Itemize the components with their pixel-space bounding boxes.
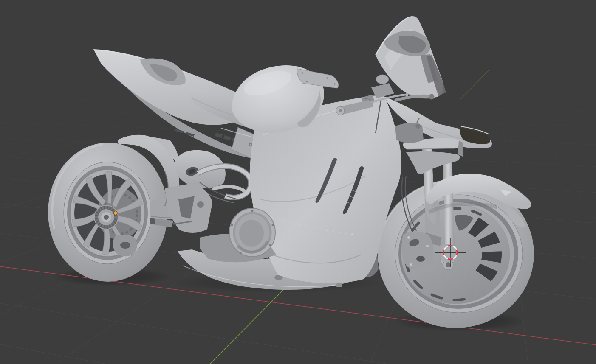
viewport-canvas[interactable] — [0, 0, 596, 364]
winglet[interactable] — [403, 138, 463, 174]
object-origin-point[interactable] — [114, 211, 118, 215]
y-axis-line — [210, 281, 292, 364]
3d-viewport[interactable] — [0, 0, 596, 364]
rear-hub[interactable] — [94, 205, 119, 230]
rear-wheel[interactable] — [48, 143, 168, 282]
clutch-cover[interactable] — [200, 208, 276, 262]
